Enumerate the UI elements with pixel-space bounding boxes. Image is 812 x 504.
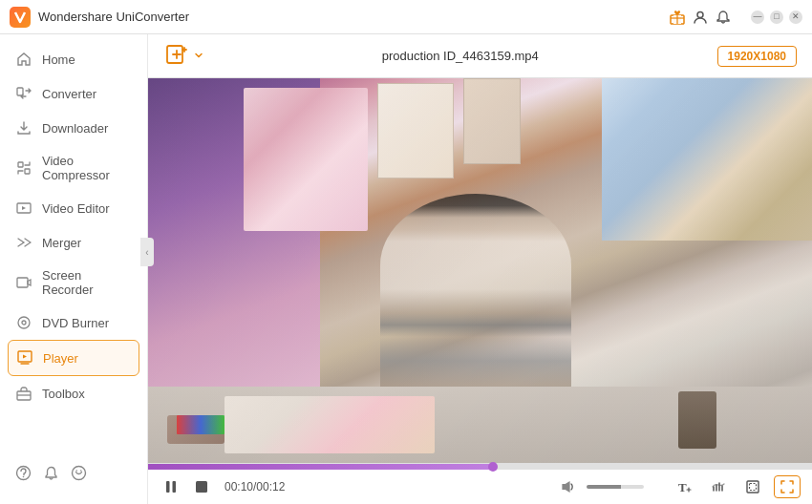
converter-icon (15, 85, 32, 102)
sidebar-item-dvd-burner[interactable]: DVD Burner (0, 305, 147, 340)
sidebar-label-video-compressor: Video Compressor (42, 154, 132, 182)
recorder-icon (15, 274, 32, 291)
svg-point-14 (73, 467, 86, 480)
volume-control (554, 475, 644, 498)
app-title: Wondershare UniConverter (38, 10, 669, 24)
sidebar-item-downloader[interactable]: Downloader (0, 111, 147, 145)
svg-rect-20 (196, 481, 207, 493)
resolution-badge[interactable]: 1920X1080 (717, 46, 797, 67)
content-toolbar: production ID_4463159.mp4 1920X1080 (148, 34, 812, 78)
sidebar-item-screen-recorder[interactable]: Screen Recorder (0, 260, 147, 305)
add-file-button[interactable] (163, 41, 203, 71)
volume-slider[interactable] (587, 485, 644, 489)
minimize-button[interactable]: — (751, 10, 764, 24)
video-display[interactable] (148, 78, 812, 463)
sidebar-item-video-compressor[interactable]: Video Compressor (0, 145, 147, 191)
maximize-button[interactable]: □ (770, 10, 783, 24)
svg-rect-4 (18, 162, 23, 167)
svg-point-15 (75, 470, 77, 472)
sidebar-label-merger: Merger (42, 236, 81, 250)
home-icon (15, 51, 32, 68)
progress-bar[interactable] (148, 464, 812, 470)
sidebar-item-converter[interactable]: Converter (0, 76, 147, 111)
svg-point-9 (22, 321, 26, 325)
svg-point-13 (23, 476, 25, 478)
sidebar-label-downloader: Downloader (42, 121, 108, 136)
editor-icon (15, 200, 32, 217)
app-logo (10, 7, 31, 28)
toolbox-icon (15, 385, 32, 402)
gift-icon[interactable] (669, 9, 686, 26)
file-name-display: production ID_4463159.mp4 (215, 49, 706, 63)
svg-rect-7 (17, 278, 28, 287)
sidebar-label-video-editor: Video Editor (42, 201, 110, 216)
help-icon[interactable] (15, 465, 32, 485)
sidebar-label-screen-recorder: Screen Recorder (42, 268, 132, 297)
titlebar-controls: — □ ✕ (669, 9, 802, 26)
controls-row: 00:10/00:12 T (148, 470, 812, 504)
dvd-icon (15, 314, 32, 331)
time-display: 00:10/00:12 (224, 480, 285, 494)
sidebar-label-home: Home (42, 52, 75, 67)
add-file-icon (163, 41, 190, 71)
svg-rect-19 (173, 481, 177, 493)
svg-rect-23 (750, 484, 757, 491)
subtitle-button[interactable]: T (671, 475, 697, 498)
sidebar-label-toolbox: Toolbox (42, 387, 85, 401)
progress-thumb[interactable] (488, 462, 498, 472)
bell-icon[interactable] (43, 465, 59, 485)
sidebar-item-player[interactable]: Player (8, 340, 139, 376)
merger-icon (15, 234, 32, 251)
titlebar: Wondershare UniConverter — □ (0, 0, 812, 34)
svg-rect-22 (747, 481, 759, 493)
notification-icon[interactable] (715, 9, 732, 26)
downloader-icon (15, 119, 32, 136)
sidebar-item-video-editor[interactable]: Video Editor (0, 191, 147, 225)
svg-rect-5 (25, 169, 30, 174)
svg-text:T: T (678, 480, 687, 494)
sidebar-label-converter: Converter (42, 87, 96, 101)
svg-rect-3 (17, 88, 23, 95)
user-icon[interactable] (692, 9, 709, 26)
close-button[interactable]: ✕ (789, 10, 802, 24)
svg-point-16 (80, 470, 82, 472)
main-layout: Home Converter Downloader (0, 34, 812, 504)
volume-icon[interactable] (554, 475, 581, 498)
pause-button[interactable] (160, 475, 182, 498)
sidebar-item-home[interactable]: Home (0, 42, 147, 76)
sidebar-collapse-button[interactable]: ‹ (140, 238, 154, 266)
sidebar-item-merger[interactable]: Merger (0, 225, 147, 260)
player-controls: 00:10/00:12 T (148, 463, 812, 504)
stop-button[interactable] (190, 475, 213, 498)
sidebar-item-toolbox[interactable]: Toolbox (0, 376, 147, 410)
progress-fill (148, 464, 493, 470)
fullscreen-button[interactable] (774, 475, 801, 498)
sidebar-label-player: Player (43, 351, 78, 366)
sidebar-label-dvd-burner: DVD Burner (42, 316, 109, 330)
sidebar-bottom (0, 453, 147, 496)
video-thumbnail (148, 78, 812, 463)
audio-track-button[interactable] (705, 475, 732, 498)
crop-button[interactable] (739, 475, 766, 498)
player-icon (16, 349, 33, 367)
svg-rect-18 (166, 481, 170, 493)
svg-point-2 (697, 11, 703, 17)
content-area: production ID_4463159.mp4 1920X1080 (148, 34, 812, 504)
compress-icon (15, 159, 32, 177)
add-dropdown-icon (194, 49, 203, 63)
feedback-icon[interactable] (71, 465, 87, 485)
svg-point-8 (18, 317, 30, 328)
sidebar: Home Converter Downloader (0, 34, 148, 504)
